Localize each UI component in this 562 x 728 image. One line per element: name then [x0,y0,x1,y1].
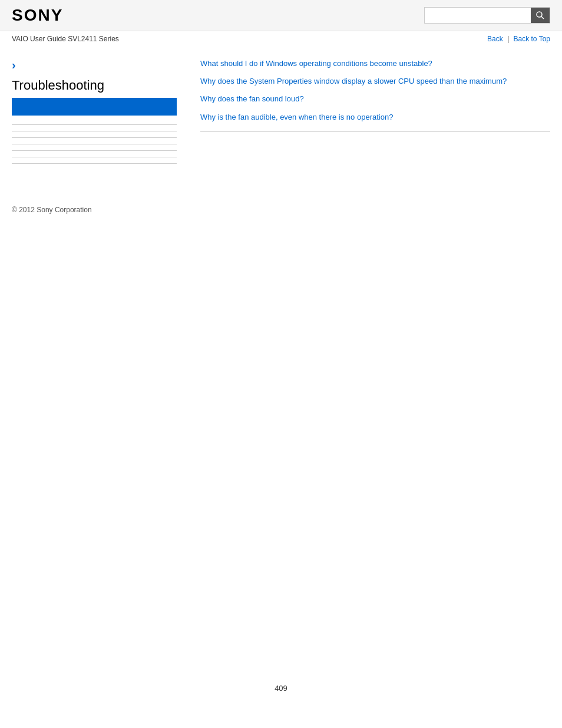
page-header: SONY [0,0,562,31]
sidebar-divider-2 [12,131,177,131]
list-item: Why is the fan audible, even when there … [200,112,550,123]
sidebar-divider-7 [12,163,177,164]
search-icon [535,11,545,20]
copyright-text: © 2012 Sony Corporation [12,206,92,214]
sony-logo: SONY [12,6,63,25]
nav-separator: | [507,35,511,43]
chevron-icon: › [12,58,177,72]
svg-point-0 [537,12,542,17]
search-button[interactable] [531,8,550,23]
back-to-top-link[interactable]: Back to Top [514,35,550,43]
sidebar: › Troubleshooting [12,58,189,170]
content-divider [200,131,550,132]
sidebar-divider-6 [12,157,177,157]
svg-line-1 [541,17,544,19]
sidebar-divider-5 [12,150,177,151]
sidebar-active-bar [12,98,177,116]
sidebar-divider-3 [12,137,177,138]
sidebar-title: Troubleshooting [12,78,177,93]
content-link-1[interactable]: What should I do if Windows operating co… [200,59,432,68]
back-link[interactable]: Back [487,35,503,43]
content-links: What should I do if Windows operating co… [200,58,550,123]
list-item: What should I do if Windows operating co… [200,58,550,69]
nav-bar: VAIO User Guide SVL2411 Series Back | Ba… [0,31,562,47]
content-link-3[interactable]: Why does the fan sound loud? [200,94,304,103]
content-link-2[interactable]: Why does the System Properties window di… [200,77,507,85]
list-item: Why does the fan sound loud? [200,94,550,104]
sidebar-divider-1 [12,124,177,125]
search-box [424,7,550,24]
list-item: Why does the System Properties window di… [200,76,550,87]
search-input[interactable] [425,8,531,23]
guide-title: VAIO User Guide SVL2411 Series [12,35,119,43]
sidebar-divider-4 [12,144,177,144]
content-area: What should I do if Windows operating co… [189,58,550,170]
nav-links: Back | Back to Top [487,35,550,43]
page-number: 409 [0,672,562,704]
main-content: › Troubleshooting What should I do if Wi… [0,47,562,182]
footer: © 2012 Sony Corporation [0,193,562,226]
content-link-4[interactable]: Why is the fan audible, even when there … [200,113,393,121]
